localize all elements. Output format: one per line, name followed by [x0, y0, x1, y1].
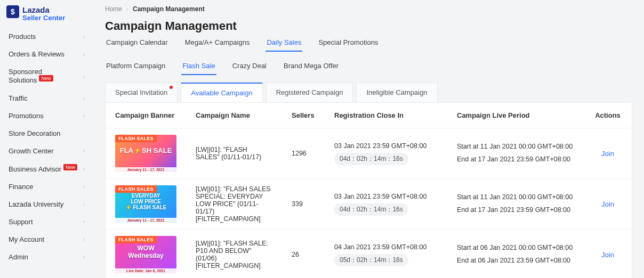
cell-live-period: Start at 11 Jan 2021 00:00 GMT+08:00 End…	[447, 179, 584, 230]
sidebar-item-admin[interactable]: Admin ›	[3, 248, 90, 266]
main-content: Home › Campaign Management Campaign Mana…	[93, 0, 644, 278]
sidebar-item-label: Business AdvisorNew	[9, 165, 77, 173]
col-header-name: Campaign Name	[186, 103, 282, 128]
sidebar-item-label: Finance	[9, 183, 33, 191]
tab-available-campaign[interactable]: Available Campaign	[181, 83, 262, 102]
countdown-pill: 04d：02h：14m：16s	[334, 203, 408, 216]
table-header-row: Campaign Banner Campaign Name Sellers Re…	[106, 103, 632, 128]
banner-text: EVERYDAY LOW PRICE ⚡ FLASH SALE	[125, 193, 167, 210]
new-badge: New	[63, 164, 77, 170]
banner-flag: FLASH SALES	[115, 185, 157, 193]
cell-sellers: 339	[282, 179, 325, 230]
banner-text: WOW Wednesday	[128, 245, 163, 259]
col-header-live-period: Campaign Live Period	[447, 103, 584, 128]
campaign-table-panel: Campaign Banner Campaign Name Sellers Re…	[105, 102, 632, 278]
join-button[interactable]: Join	[601, 251, 614, 259]
tab-crazy-deal[interactable]: Crazy Deal	[231, 62, 268, 75]
live-start: Start at 11 Jan 2021 00:00 GMT+08:00	[457, 191, 574, 204]
live-end: End at 17 Jan 2021 23:59 GMT+08:00	[457, 204, 574, 217]
cell-banner: FLASH SALES FLA⚡SH SALE January 11 - 17,…	[106, 128, 186, 179]
sidebar-item-label: Sponsored SolutionsNew	[9, 68, 83, 84]
sidebar-item-label: Lazada University	[9, 200, 63, 208]
cell-sellers: 1296	[282, 128, 325, 179]
logo[interactable]: $ Lazada Seller Center	[0, 5, 93, 28]
chevron-right-icon: ›	[83, 148, 85, 154]
table-row: FLASH SALES EVERYDAY LOW PRICE ⚡ FLASH S…	[106, 179, 632, 230]
sidebar-item-lazada-university[interactable]: Lazada University ›	[3, 195, 90, 213]
tab-registered-campaign[interactable]: Registered Campaign	[266, 83, 353, 102]
sidebar-item-finance[interactable]: Finance ›	[3, 178, 90, 195]
join-button[interactable]: Join	[601, 150, 614, 158]
sidebar-item-store-decoration[interactable]: Store Decoration	[3, 125, 90, 142]
chevron-right-icon: ›	[83, 34, 85, 40]
cell-name: [LW||01]: "FLASH SALES" (01/11-01/17)	[186, 128, 282, 179]
sidebar-item-sponsored-solutions[interactable]: Sponsored SolutionsNew ›	[3, 63, 90, 89]
tab-special-promotions[interactable]: Special Promotions	[317, 38, 379, 52]
banner-date: January 11 - 17, 2021	[115, 218, 176, 223]
cell-live-period: Start at 11 Jan 2021 00:00 GMT+08:00 End…	[447, 128, 584, 179]
col-header-sellers: Sellers	[282, 103, 325, 128]
banner-date: January 11 - 17, 2021	[115, 167, 176, 172]
sidebar: $ Lazada Seller Center Products › Orders…	[0, 0, 93, 278]
reg-close-time: 03 Jan 2021 23:59 GMT+08:00	[334, 193, 438, 200]
sidebar-item-products[interactable]: Products ›	[3, 28, 90, 45]
chevron-right-icon: ›	[83, 218, 85, 225]
chevron-right-icon: ›	[83, 95, 85, 101]
col-header-actions: Actions	[584, 103, 632, 128]
sidebar-item-my-account[interactable]: My Account ›	[3, 231, 90, 248]
tab-label: Registered Campaign	[276, 88, 343, 96]
sidebar-item-label: Admin	[9, 253, 28, 261]
reg-close-time: 04 Jan 2021 23:59 GMT+08:00	[334, 243, 438, 251]
tab-platform-campaign[interactable]: Platform Campaign	[105, 62, 166, 75]
sidebar-item-label: Growth Center	[9, 147, 54, 155]
tab-mega-campaigns[interactable]: Mega/A+ Campaigns	[184, 38, 251, 52]
logo-line1: Lazada	[22, 5, 65, 14]
chevron-right-icon: ›	[83, 166, 85, 172]
breadcrumb-current: Campaign Management	[133, 5, 205, 13]
banner-text: FLA⚡SH SALE	[120, 147, 172, 154]
tab-campaign-calendar[interactable]: Campaign Calendar	[105, 38, 169, 52]
cell-reg-close: 03 Jan 2021 23:59 GMT+08:00 04d：02h：14m：…	[325, 179, 447, 230]
chevron-right-icon: ›	[126, 5, 128, 13]
breadcrumb-home[interactable]: Home	[105, 5, 122, 13]
tabs-sale-type: Platform Campaign Flash Sale Crazy Deal …	[105, 62, 632, 75]
campaign-banner-image: FLASH SALES FLA⚡SH SALE January 11 - 17,…	[115, 135, 176, 172]
tabs-campaign-status: Special Invitation Available Campaign Re…	[105, 83, 632, 102]
sidebar-item-label: Traffic	[9, 94, 27, 102]
cell-banner: FLASH SALES WOW Wednesday Live Date: Jan…	[106, 230, 186, 279]
chevron-right-icon: ›	[83, 73, 85, 79]
breadcrumb: Home › Campaign Management	[105, 5, 632, 13]
sidebar-item-growth-center[interactable]: Growth Center ›	[3, 142, 90, 160]
sidebar-item-business-advisor[interactable]: Business AdvisorNew ›	[3, 160, 90, 178]
cell-reg-close: 03 Jan 2021 23:59 GMT+08:00 04d：02h：14m：…	[325, 128, 447, 179]
lazada-logo-icon: $	[6, 5, 19, 18]
chevron-right-icon: ›	[83, 183, 85, 190]
tab-ineligible-campaign[interactable]: Ineligible Campaign	[356, 83, 437, 102]
page-title: Campaign Management	[105, 19, 632, 33]
cell-actions: Join	[584, 179, 632, 230]
join-button[interactable]: Join	[601, 200, 614, 208]
sidebar-item-orders-reviews[interactable]: Orders & Reviews ›	[3, 45, 90, 63]
tab-special-invitation[interactable]: Special Invitation	[105, 83, 178, 102]
sidebar-nav: Products › Orders & Reviews › Sponsored …	[0, 28, 93, 266]
logo-text: Lazada Seller Center	[22, 5, 65, 22]
cell-actions: Join	[584, 128, 632, 179]
banner-flag: FLASH SALES	[115, 135, 157, 142]
sidebar-item-traffic[interactable]: Traffic ›	[3, 89, 90, 107]
cell-sellers: 26	[282, 230, 325, 279]
tab-brand-mega-offer[interactable]: Brand Mega Offer	[283, 62, 340, 75]
new-badge: New	[39, 75, 53, 81]
cell-live-period: Start at 06 Jan 2021 00:00 GMT+08:00 End…	[447, 230, 584, 279]
chevron-right-icon: ›	[83, 254, 85, 260]
tab-label: Ineligible Campaign	[366, 88, 427, 96]
campaign-table: Campaign Banner Campaign Name Sellers Re…	[106, 103, 632, 278]
sidebar-item-promotions[interactable]: Promotions ›	[3, 107, 90, 125]
sidebar-item-support[interactable]: Support ›	[3, 213, 90, 231]
live-end: End at 17 Jan 2021 23:59 GMT+08:00	[457, 153, 574, 166]
tab-label: Available Campaign	[191, 89, 252, 97]
tab-daily-sales[interactable]: Daily Sales	[265, 38, 302, 52]
cell-banner: FLASH SALES EVERYDAY LOW PRICE ⚡ FLASH S…	[106, 179, 186, 230]
campaign-banner-image: FLASH SALES EVERYDAY LOW PRICE ⚡ FLASH S…	[115, 185, 176, 223]
table-row: FLASH SALES FLA⚡SH SALE January 11 - 17,…	[106, 128, 632, 179]
tab-flash-sale[interactable]: Flash Sale	[181, 62, 216, 75]
